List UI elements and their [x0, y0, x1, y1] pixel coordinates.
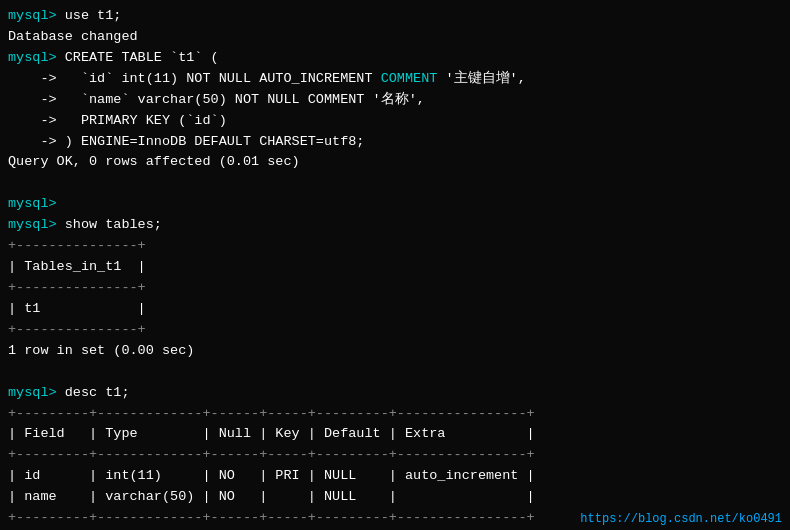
line-3: mysql> CREATE TABLE `t1` ( — [8, 48, 782, 69]
line-15: | t1 | — [8, 299, 782, 320]
terminal-window: mysql> use t1; Database changed mysql> C… — [0, 0, 790, 530]
line-5: -> `name` varchar(50) NOT NULL COMMENT '… — [8, 90, 782, 111]
line-13: | Tables_in_t1 | — [8, 257, 782, 278]
line-11: mysql> show tables; — [8, 215, 782, 236]
line-20: +---------+-------------+------+-----+--… — [8, 404, 782, 425]
line-1: mysql> use t1; — [8, 6, 782, 27]
line-17: 1 row in set (0.00 sec) — [8, 341, 782, 362]
line-10: mysql> — [8, 194, 782, 215]
line-22: +---------+-------------+------+-----+--… — [8, 445, 782, 466]
line-4: -> `id` int(11) NOT NULL AUTO_INCREMENT … — [8, 69, 782, 90]
line-19: mysql> desc t1; — [8, 383, 782, 404]
url-watermark: https://blog.csdn.net/ko0491 — [580, 512, 782, 526]
line-18 — [8, 362, 782, 383]
line-8: Query OK, 0 rows affected (0.01 sec) — [8, 152, 782, 173]
line-21: | Field | Type | Null | Key | Default | … — [8, 424, 782, 445]
line-2: Database changed — [8, 27, 782, 48]
line-9 — [8, 173, 782, 194]
line-7: -> ) ENGINE=InnoDB DEFAULT CHARSET=utf8; — [8, 132, 782, 153]
line-12: +---------------+ — [8, 236, 782, 257]
line-23: | id | int(11) | NO | PRI | NULL | auto_… — [8, 466, 782, 487]
line-24: | name | varchar(50) | NO | | NULL | | — [8, 487, 782, 508]
line-6: -> PRIMARY KEY (`id`) — [8, 111, 782, 132]
line-16: +---------------+ — [8, 320, 782, 341]
line-14: +---------------+ — [8, 278, 782, 299]
